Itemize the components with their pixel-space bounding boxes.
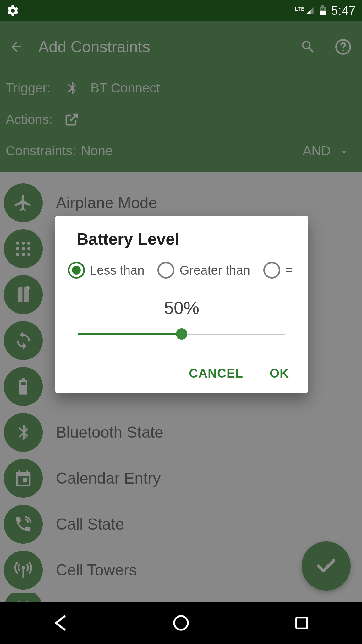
- network-lte: LTE: [295, 6, 314, 15]
- status-time: 5:47: [331, 4, 356, 18]
- status-bar: LTE 51 5:47: [0, 0, 362, 21]
- radio-equals[interactable]: =: [263, 262, 293, 279]
- nav-home[interactable]: [167, 609, 195, 637]
- radio-button-icon: [157, 262, 174, 279]
- svg-rect-1: [320, 11, 326, 15]
- battery-status-icon: 51: [319, 5, 327, 16]
- slider-thumb[interactable]: [176, 328, 187, 340]
- gear-icon: [6, 4, 19, 17]
- nav-recent[interactable]: [288, 609, 315, 637]
- svg-rect-19: [296, 618, 307, 629]
- nav-back[interactable]: [47, 609, 74, 637]
- android-nav-bar: [0, 602, 362, 644]
- svg-rect-2: [321, 5, 324, 7]
- radio-button-icon: [68, 262, 85, 279]
- radio-less-than[interactable]: Less than: [68, 262, 144, 279]
- cancel-button[interactable]: CANCEL: [189, 366, 243, 380]
- svg-point-18: [174, 616, 188, 630]
- dialog-title: Battery Level: [55, 216, 308, 248]
- radio-greater-than[interactable]: Greater than: [157, 262, 250, 279]
- battery-level-dialog: Battery Level Less than Greater than = 5…: [55, 216, 308, 393]
- ok-button[interactable]: OK: [270, 366, 289, 380]
- radio-button-icon: [263, 262, 280, 279]
- signal-icon: [305, 6, 314, 15]
- slider-value-label: 50%: [55, 297, 308, 318]
- battery-slider[interactable]: [78, 329, 285, 340]
- svg-text:51: 51: [321, 8, 324, 11]
